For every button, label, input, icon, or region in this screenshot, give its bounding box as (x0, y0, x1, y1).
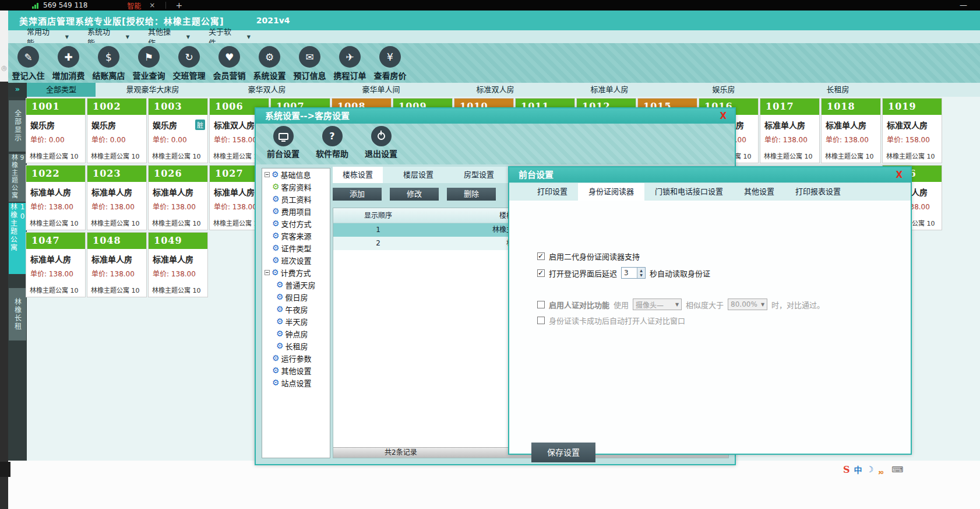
moon-icon[interactable]: ☽ (866, 465, 874, 474)
shift-management-button[interactable]: ↻交班管理 (169, 46, 209, 83)
system-settings-button[interactable]: ⚙系统设置 (249, 46, 290, 83)
tab-title: 569 549 118 (43, 1, 87, 9)
modify-button[interactable]: 修改 (390, 188, 439, 201)
tab-all-types[interactable]: 全部类型 (27, 83, 96, 97)
tree-item-holiday-room[interactable]: 假日房 (262, 291, 330, 303)
room-card[interactable]: 1003娱乐房脏单价: 0.00林橡主题公寓 10 (148, 98, 208, 163)
tree-item-hourly-room[interactable]: 钟点房 (262, 328, 330, 340)
exit-settings-button[interactable]: 退出设置 (359, 124, 403, 164)
room-card[interactable]: 1017标准单人房单价: 138.00林橡主题公寓 10 (760, 98, 820, 163)
tree-item-other-settings[interactable]: 其他设置 (262, 364, 330, 377)
tab-entertainment[interactable]: 娱乐房 (667, 83, 781, 97)
tab-standard-double[interactable]: 标准双人房 (438, 83, 552, 97)
room-card[interactable]: 1047标准单人房单价: 138.00林橡主题公寓 10 (26, 232, 86, 297)
checkout-button[interactable]: $结账离店 (89, 46, 129, 83)
room-card[interactable]: 1026标准单人房单价: 138.00林橡主题公寓 10 (148, 165, 208, 230)
minimize-button[interactable]: — (960, 1, 967, 9)
tree-item-normal-day-room[interactable]: 普通天房 (262, 279, 330, 291)
add-consumption-button[interactable]: ✚增加消费 (48, 46, 89, 83)
add-button[interactable]: 添加 (333, 188, 382, 201)
option-auto-read-delay[interactable]: 打开登记界面后延迟 3▲▼ 秒自动读取身份证 (537, 267, 710, 279)
room-card[interactable]: 1049标准单人房单价: 138.00林橡主题公寓 10 (148, 232, 208, 297)
expand-sidebar-button[interactable]: » (8, 83, 27, 97)
room-price: 单价: 0.00 (26, 131, 85, 144)
stepper-arrows-icon[interactable]: ▲▼ (637, 268, 645, 278)
tab-id-reader[interactable]: 身份证阅读器 (578, 183, 644, 201)
room-card[interactable]: 1018标准单人房单价: 138.00林橡主题公寓 10 (821, 98, 881, 163)
room-card[interactable]: 1048标准单人房单价: 138.00林橡主题公寓 10 (87, 232, 147, 297)
tab-other-settings[interactable]: 其他设置 (734, 183, 785, 201)
new-tab-button[interactable]: + (175, 1, 182, 10)
checkin-button[interactable]: ✎登记入住 (8, 46, 48, 83)
tab-long-rent[interactable]: 长租房 (781, 83, 895, 97)
option-enable-id-reader[interactable]: 启用二代身份证阅读器支持 (537, 251, 640, 262)
room-number: 1003 (149, 99, 207, 115)
punctuation-icon[interactable]: ，。 (877, 464, 887, 475)
tree-item-long-rent-room[interactable]: 长租房 (262, 340, 330, 352)
software-help-button[interactable]: 软件帮助 (311, 124, 354, 164)
close-icon[interactable]: X (896, 167, 903, 182)
tree-item-room-data[interactable]: 客房资料 (262, 181, 330, 193)
tab-close-icon[interactable]: × (149, 1, 155, 9)
tree-item-half-day-room[interactable]: 半天房 (262, 315, 330, 328)
ctrip-order-button[interactable]: ✈携程订单 (330, 46, 370, 83)
chevron-down-icon: ▼ (186, 34, 190, 40)
option-face-compare[interactable]: 启用人证对比功能 使用 摄像头—▼ 相似度大于 80.00%▼ 时，对比通过。 (537, 299, 824, 310)
tree-item-site-settings[interactable]: 站点设置 (262, 377, 330, 389)
tree-item-staff-data[interactable]: 员工资料 (262, 193, 330, 205)
keyboard-icon[interactable]: ⌨ (891, 465, 903, 474)
tab-view-deluxe-king[interactable]: 景观豪华大床房 (96, 83, 210, 97)
checkbox-checked-icon[interactable] (537, 252, 545, 260)
option-auto-open-compare-window[interactable]: 身份证读卡成功后自动打开人证对比窗口 (537, 315, 685, 326)
dialog-title-bar[interactable]: 前台设置 X (509, 167, 911, 182)
close-icon[interactable]: X (720, 108, 727, 124)
tree-item-guest-sources[interactable]: 宾客来源 (262, 230, 330, 242)
member-marketing-button[interactable]: ♥会员营销 (209, 46, 249, 83)
delete-button[interactable]: 删除 (447, 188, 496, 201)
room-card[interactable]: 1001娱乐房单价: 0.00林橡主题公寓 10 (26, 98, 86, 163)
tab-print-report-settings[interactable]: 打印报表设置 (785, 183, 851, 201)
collapse-icon[interactable] (265, 172, 270, 177)
tree-item-basic-info[interactable]: 基础信息 (262, 169, 330, 181)
room-card[interactable]: 1023标准单人房单价: 138.00林橡主题公寓 10 (87, 165, 147, 230)
column-header-order[interactable]: 显示顺序 (333, 208, 423, 223)
tab-building-settings[interactable]: 楼栋设置 (333, 167, 383, 183)
room-price-button[interactable]: ¥查看房价 (370, 46, 410, 83)
tab-roomtype-settings[interactable]: 房型设置 (454, 167, 504, 183)
booking-info-button[interactable]: ✉预订信息 (290, 46, 330, 83)
sogou-icon[interactable]: S (843, 464, 850, 475)
collapse-icon[interactable] (265, 270, 270, 275)
tab-deluxe-single[interactable]: 豪华单人间 (324, 83, 438, 97)
tab-standard-single[interactable]: 标准单人房 (552, 83, 667, 97)
tree-item-id-types[interactable]: 证件类型 (262, 242, 330, 254)
input-method-bar[interactable]: S 中 ☽ ，。 ⌨ (843, 464, 903, 475)
tree-item-shift-settings[interactable]: 班次设置 (262, 254, 330, 266)
tree-item-run-params[interactable]: 运行参数 (262, 352, 330, 364)
delay-seconds-stepper[interactable]: 3▲▼ (621, 267, 646, 279)
sidebar-item-show-all[interactable]: 全部显示 (9, 100, 26, 152)
checkbox-unchecked-icon[interactable] (537, 317, 545, 324)
checkbox-checked-icon[interactable] (537, 269, 545, 277)
similarity-select[interactable]: 80.00%▼ (728, 299, 767, 310)
business-query-button[interactable]: ⚑营业查询 (129, 46, 169, 83)
tree-item-fee-items[interactable]: 费用项目 (262, 205, 330, 217)
tab-print-settings[interactable]: 打印设置 (527, 183, 578, 201)
room-card[interactable]: 1022标准单人房单价: 138.00林橡主题公寓 10 (26, 165, 86, 230)
tab-doorlock-phone[interactable]: 门锁和电话接口设置 (644, 183, 734, 201)
chinese-mode-icon[interactable]: 中 (854, 464, 862, 475)
tree-item-billing-methods[interactable]: 计费方式 (262, 266, 330, 279)
camera-select[interactable]: 摄像头—▼ (633, 299, 682, 310)
tree-item-midnight-room[interactable]: 午夜房 (262, 303, 330, 315)
dialog-title-bar[interactable]: 系统设置-->客房设置 X (256, 108, 735, 124)
checkbox-unchecked-icon[interactable] (537, 301, 545, 308)
tab-deluxe-double[interactable]: 豪华双人房 (210, 83, 324, 97)
sidebar-item-long-rent[interactable]: 林橡长租 (9, 288, 26, 340)
sidebar-item-building-10[interactable]: 林橡主题公寓 10 (9, 203, 26, 274)
room-card[interactable]: 1002娱乐房单价: 0.00林橡主题公寓 10 (87, 98, 147, 163)
save-settings-button[interactable]: 保存设置 (531, 443, 595, 462)
tree-item-payment-methods[interactable]: 支付方式 (262, 217, 330, 230)
room-card[interactable]: 1019标准双人房单价: 158.00林橡主题公寓 10 (882, 98, 942, 163)
front-desk-settings-button[interactable]: 前台设置 (262, 124, 305, 164)
sidebar-item-building-9[interactable]: 林橡主题公寓 9 (9, 154, 26, 202)
tab-floor-settings[interactable]: 楼层设置 (393, 167, 443, 183)
